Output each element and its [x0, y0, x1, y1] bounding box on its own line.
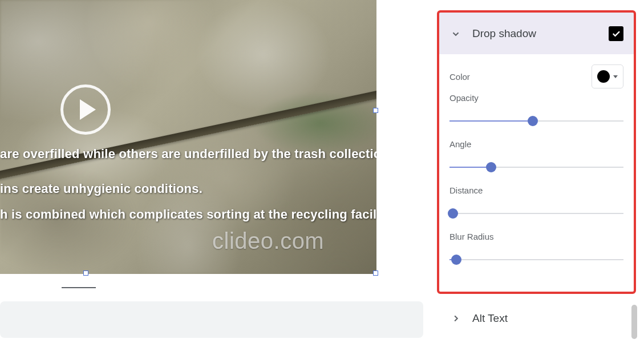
opacity-slider[interactable]	[449, 115, 623, 127]
chevron-right-icon	[449, 312, 462, 325]
slider-thumb[interactable]	[486, 162, 496, 172]
drop-shadow-header[interactable]: Drop shadow	[439, 13, 634, 54]
angle-label: Angle	[449, 139, 623, 149]
video-element[interactable]: are overfilled while others are underfil…	[0, 0, 376, 274]
color-picker[interactable]	[592, 64, 623, 88]
timeline-marker	[62, 287, 96, 288]
angle-slider[interactable]	[449, 162, 623, 173]
slider-thumb[interactable]	[451, 255, 461, 265]
color-label: Color	[449, 72, 470, 82]
alt-text-section[interactable]: Alt Text	[439, 304, 634, 333]
canvas-area: are overfilled while others are underfil…	[0, 0, 434, 343]
caption-line-2: ins create unhygienic conditions.	[0, 181, 202, 196]
distance-slider[interactable]	[449, 208, 623, 219]
opacity-label: Opacity	[449, 93, 623, 103]
color-swatch	[597, 70, 610, 83]
chevron-down-icon	[449, 27, 462, 40]
dropdown-caret-icon	[613, 75, 618, 78]
blur-slider[interactable]	[449, 254, 623, 265]
alt-text-title: Alt Text	[472, 312, 623, 325]
sidebar-scrollbar[interactable]	[631, 305, 637, 339]
angle-group: Angle	[449, 139, 623, 173]
speaker-notes-bar[interactable]	[0, 301, 423, 338]
slider-thumb[interactable]	[528, 116, 538, 126]
format-sidebar: Drop shadow Color Opacity	[435, 0, 638, 343]
blur-label: Blur Radius	[449, 232, 623, 241]
caption-line-3: h is combined which complicates sorting …	[0, 207, 376, 222]
drop-shadow-body: Color Opacity Angle	[439, 54, 634, 275]
drop-shadow-title: Drop shadow	[472, 27, 598, 40]
caption-line-1: are overfilled while others are underfil…	[0, 147, 376, 162]
slider-track	[449, 259, 623, 260]
slider-thumb[interactable]	[448, 208, 458, 219]
drop-shadow-panel: Drop shadow Color Opacity	[439, 13, 634, 275]
distance-label: Distance	[449, 185, 623, 195]
color-row: Color	[449, 64, 623, 88]
distance-group: Distance	[449, 185, 623, 219]
watermark-text: clideo.com	[212, 228, 324, 254]
selection-handle-bottom-right[interactable]	[373, 271, 378, 276]
slider-fill	[449, 120, 533, 122]
opacity-group: Opacity	[449, 93, 623, 127]
play-button[interactable]	[60, 84, 111, 135]
selection-handle-bottom[interactable]	[83, 271, 88, 276]
play-icon	[80, 99, 96, 120]
blur-group: Blur Radius	[449, 232, 623, 265]
selection-handle-right[interactable]	[373, 108, 378, 113]
slider-track	[449, 213, 623, 214]
drop-shadow-checkbox[interactable]	[609, 26, 623, 41]
slider-fill	[449, 167, 491, 168]
